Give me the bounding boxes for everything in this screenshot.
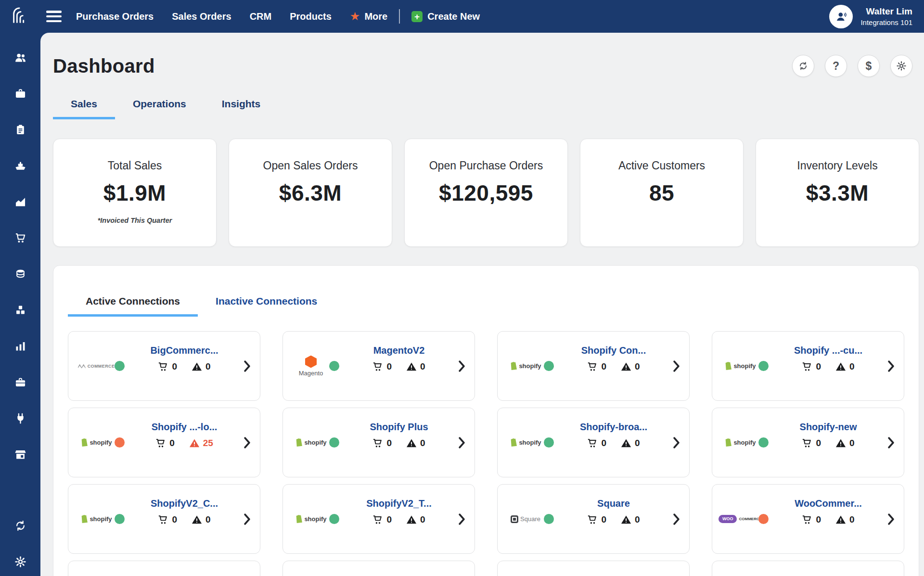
tab-inactive-connections[interactable]: Inactive Connections (198, 290, 335, 317)
connection-card[interactable]: shopify Shopify Con... 0 0 (497, 331, 690, 401)
billing-button[interactable]: $ (858, 55, 880, 77)
create-new-label: Create New (427, 11, 480, 22)
platform-logo-mark (80, 515, 88, 523)
connection-card[interactable]: Square Square 0 0 (497, 484, 690, 554)
connection-card[interactable]: eBay 2 0 0 (282, 561, 475, 576)
warning-icon (192, 361, 202, 372)
chevron-right-icon[interactable] (673, 513, 680, 525)
kpi-value: 85 (580, 180, 743, 206)
coins-icon[interactable] (14, 268, 27, 281)
chevron-right-icon[interactable] (459, 513, 465, 525)
chevron-right-icon[interactable] (244, 513, 250, 525)
menu-hamburger-icon[interactable] (46, 11, 62, 22)
chevron-right-icon[interactable] (888, 360, 894, 372)
orders-group: 0 (158, 514, 177, 525)
connection-name[interactable]: ShopifyV2_C... (151, 498, 218, 509)
connection-card[interactable]: Amazon Sell... 0 0 (68, 561, 260, 576)
connection-body: Amazon Sell... 0 0 (125, 561, 244, 576)
chevron-right-icon[interactable] (459, 360, 465, 372)
alerts-count: 0 (635, 514, 640, 525)
gear-icon[interactable] (14, 555, 27, 568)
nav-item-label: CRM (250, 11, 272, 22)
connection-name[interactable]: Shopify Con... (581, 345, 646, 356)
connection-card[interactable]: shopify Shopify Plus 0 0 (282, 408, 475, 477)
connection-card[interactable]: shopify ShopifyV2_C... 0 0 (68, 484, 260, 554)
pallet-icon[interactable] (14, 304, 27, 317)
clipboard-icon[interactable] (14, 123, 27, 136)
box-icon[interactable] (14, 87, 27, 100)
status-dot (758, 514, 769, 524)
status-dot (329, 361, 339, 371)
connection-name[interactable]: Shopify Plus (370, 422, 428, 433)
alerts-group: 0 (621, 438, 640, 448)
chevron-right-icon[interactable] (244, 437, 250, 448)
briefcase-icon[interactable] (14, 376, 27, 389)
nav-item-products[interactable]: Products (290, 11, 332, 22)
connection-body: Shopify Plus 0 0 (339, 408, 459, 477)
connection-name[interactable]: Shopify-new (800, 422, 857, 433)
alerts-count: 0 (849, 438, 855, 448)
storefront-icon[interactable] (14, 448, 27, 461)
kpi-card-active-customers: Active Customers 85 (580, 139, 744, 247)
connection-name[interactable]: Shopify-broa... (580, 422, 647, 433)
nav-more[interactable]: ★ More (350, 11, 387, 22)
alerts-count: 0 (635, 438, 640, 448)
bar-chart-icon[interactable] (14, 340, 27, 353)
connection-name[interactable]: MagentoV2 (373, 345, 425, 356)
create-new-button[interactable]: + Create New (411, 11, 480, 22)
tab-operations[interactable]: Operations (115, 92, 204, 119)
user-avatar[interactable] (829, 5, 853, 28)
connection-card[interactable]: Etsy 0 0 (497, 561, 690, 576)
users-icon[interactable] (14, 51, 27, 64)
left-sidebar (0, 33, 40, 576)
connection-card[interactable]: Magento MagentoV2 0 0 (282, 331, 475, 401)
refresh-button[interactable] (792, 55, 814, 77)
settings-button[interactable] (890, 55, 912, 77)
chevron-right-icon[interactable] (244, 360, 250, 372)
chevron-right-icon[interactable] (673, 437, 680, 448)
connection-name[interactable]: ShopifyV2_T... (366, 498, 432, 509)
connection-name[interactable]: Shopify ...-cu... (794, 345, 862, 356)
alerts-group: 0 (406, 514, 425, 525)
connection-name[interactable]: Shopify ...-lo... (152, 422, 218, 433)
tab-insights[interactable]: Insights (204, 92, 279, 119)
chevron-right-icon[interactable] (888, 513, 894, 525)
platform-logo-mark (295, 515, 302, 523)
connection-name[interactable]: WooCommer... (795, 498, 862, 509)
nav-item-crm[interactable]: CRM (250, 11, 272, 22)
status-dot (115, 361, 125, 371)
connection-card[interactable]: COMMERCE BigCommerc... 0 0 (68, 331, 260, 401)
cart-icon[interactable] (14, 231, 27, 244)
connection-card[interactable]: shopify Shopify ...-lo... 0 25 (68, 408, 260, 477)
warning-icon (406, 361, 417, 372)
nav-item-purchase-orders[interactable]: Purchase Orders (76, 11, 154, 22)
nav-item-sales-orders[interactable]: Sales Orders (172, 11, 231, 22)
connection-body: Square 0 0 (554, 485, 673, 553)
shopify-logo: shopify (75, 515, 117, 523)
ship-icon[interactable] (14, 159, 27, 172)
tab-sales[interactable]: Sales (53, 92, 115, 119)
connection-card[interactable]: shopify Shopify ...-cu... 0 0 (712, 331, 904, 401)
cart-icon (155, 438, 166, 448)
platform-logo-mark (80, 438, 88, 447)
connection-card[interactable]: shopify ShopifyV2_T... 0 0 (282, 484, 475, 554)
help-button[interactable]: ? (825, 55, 847, 77)
connection-counts: 0 0 (372, 438, 425, 448)
alerts-group: 0 (406, 361, 425, 372)
area-chart-icon[interactable] (14, 195, 27, 208)
connection-card[interactable]: shopify Shopify-broa... 0 0 (497, 408, 690, 477)
connection-card[interactable]: shopify Shopify-new 0 0 (712, 408, 904, 477)
plug-icon[interactable] (14, 412, 27, 425)
connection-name[interactable]: Square (597, 498, 630, 509)
chevron-right-icon[interactable] (673, 360, 680, 372)
connection-card[interactable]: Newegg -NZ 0 0 (712, 561, 904, 576)
chevron-right-icon[interactable] (888, 437, 894, 448)
connection-card[interactable]: WOO COMMERCE WooCommer... 0 0 (712, 484, 904, 554)
app-logo[interactable] (0, 6, 40, 26)
app-logo-icon (10, 6, 30, 26)
chevron-right-icon[interactable] (459, 437, 465, 448)
sync-icon[interactable] (14, 519, 27, 532)
tab-active-connections[interactable]: Active Connections (68, 290, 198, 317)
platform-logo-mark (305, 356, 317, 368)
connection-name[interactable]: BigCommerc... (150, 345, 218, 356)
